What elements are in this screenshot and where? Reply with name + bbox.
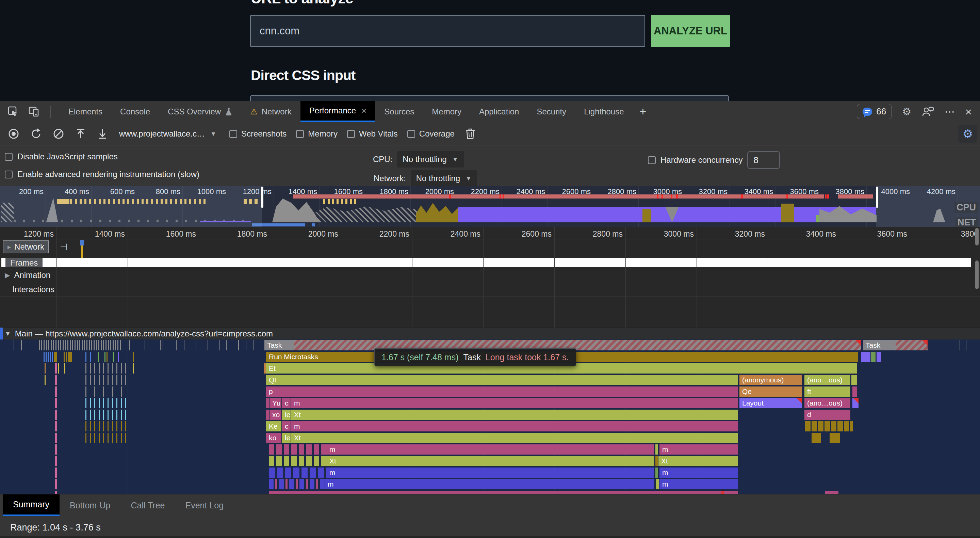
checkbox-box[interactable] — [407, 130, 415, 138]
flame-bar[interactable]: (ano…ous) — [804, 375, 850, 385]
track-interactions[interactable]: Interactions — [12, 285, 54, 294]
issues-badge[interactable]: 66 — [857, 104, 892, 119]
inspect-icon[interactable] — [8, 106, 19, 118]
flame-bar[interactable]: Xt — [327, 456, 654, 466]
flame-bar[interactable] — [830, 433, 840, 443]
hardware-concurrency-input[interactable]: 8 — [747, 151, 780, 169]
flame-bar[interactable]: ft — [804, 386, 850, 397]
scrollbar-thumb[interactable] — [975, 228, 978, 246]
device-toolbar-icon[interactable] — [28, 106, 40, 118]
tab-performance[interactable]: Performance× — [301, 101, 375, 122]
tab-elements[interactable]: Elements — [60, 101, 111, 122]
flame-bar[interactable] — [266, 410, 269, 420]
flame-bar[interactable]: xo — [269, 410, 282, 420]
track-network[interactable]: ▸ Network — [3, 240, 49, 253]
details-tab-summary[interactable]: Summary — [3, 495, 60, 516]
selection-handle-left[interactable] — [261, 187, 263, 208]
save-profile-icon[interactable] — [97, 128, 108, 140]
checkbox-box[interactable] — [296, 130, 304, 138]
flame-bar[interactable] — [805, 421, 811, 431]
tab-sources[interactable]: Sources — [375, 101, 423, 122]
checkbox-memory[interactable]: Memory — [296, 129, 337, 139]
tab-close-icon[interactable]: × — [361, 105, 366, 116]
flame-bar[interactable] — [851, 375, 857, 385]
flame-bar[interactable] — [853, 386, 857, 397]
url-input[interactable]: cnn.com — [250, 15, 645, 47]
flame-bar[interactable]: m — [291, 421, 738, 431]
advanced-rendering-row[interactable]: Enable advanced rendering instrumentatio… — [5, 169, 199, 179]
checkbox-box[interactable] — [347, 130, 355, 138]
history-dropdown[interactable]: www.projectwallace.c… ▼ — [119, 129, 216, 139]
flame-bar[interactable] — [861, 352, 870, 362]
flame-bar[interactable] — [655, 456, 658, 466]
scrollbar-thumb[interactable] — [975, 260, 978, 289]
flame-bar[interactable]: m — [659, 479, 738, 489]
network-request[interactable] — [80, 240, 84, 246]
checkbox-screenshots[interactable]: Screenshots — [229, 129, 286, 139]
flame-bar[interactable] — [266, 398, 269, 408]
flame-bar[interactable]: ko — [266, 433, 282, 443]
flame-bar[interactable] — [655, 444, 658, 455]
flame-bar[interactable] — [656, 479, 659, 489]
flame-bar[interactable] — [818, 421, 824, 431]
flame-bar[interactable]: Xt — [659, 456, 738, 466]
feedback-icon[interactable] — [921, 106, 934, 118]
flame-bar[interactable]: m — [659, 444, 738, 455]
flame-bar[interactable] — [825, 491, 838, 494]
selection-handle-right[interactable] — [876, 187, 878, 208]
tab-application[interactable]: Application — [470, 101, 528, 122]
tab-css-overview[interactable]: CSS Overview — [159, 101, 241, 122]
flame-bar[interactable]: (anonymous) — [740, 375, 802, 385]
timeline-overview[interactable]: 200 ms400 ms600 ms800 ms1000 ms1200 ms14… — [0, 186, 980, 227]
checkbox-web-vitals[interactable]: Web Vitals — [347, 129, 398, 139]
flame-bar[interactable]: Qt — [266, 375, 738, 385]
disable-js-checkbox[interactable] — [5, 153, 13, 161]
tab-lighthouse[interactable]: Lighthouse — [575, 101, 633, 122]
flame-bar[interactable]: Qe — [740, 386, 802, 397]
more-options-icon[interactable]: ⋯ — [945, 107, 955, 117]
flame-bar[interactable] — [878, 352, 881, 362]
flame-bar[interactable] — [269, 479, 325, 489]
flame-bar[interactable]: Ke — [266, 421, 282, 431]
flame-bar[interactable] — [853, 398, 859, 408]
flame-bar[interactable]: p — [266, 386, 738, 397]
network-throttle-select[interactable]: No throttling ▼ — [411, 170, 477, 187]
flame-bar[interactable]: c — [282, 398, 291, 408]
flame-bar[interactable] — [871, 352, 875, 362]
flame-bar[interactable]: Task — [264, 340, 294, 350]
flame-bar[interactable]: Xt — [291, 433, 738, 443]
flame-bar[interactable]: m — [325, 479, 654, 489]
flame-bar[interactable] — [824, 421, 830, 431]
flame-bar[interactable] — [721, 491, 724, 494]
flame-bar[interactable] — [844, 421, 850, 431]
clear-icon[interactable] — [52, 128, 65, 140]
checkbox-coverage[interactable]: Coverage — [407, 129, 455, 139]
css-textarea[interactable] — [250, 95, 729, 101]
tab-memory[interactable]: Memory — [423, 101, 470, 122]
track-frames-label[interactable]: Frames — [5, 258, 43, 267]
reload-record-icon[interactable] — [30, 128, 42, 140]
flame-bar[interactable] — [269, 491, 738, 494]
record-icon[interactable] — [8, 128, 20, 140]
flame-bar[interactable]: Layout — [740, 398, 802, 408]
flame-bar[interactable] — [831, 421, 837, 431]
flame-bar[interactable]: le — [282, 433, 291, 443]
hardware-concurrency-checkbox[interactable] — [648, 156, 656, 164]
main-thread-header[interactable]: ▼ Main — https://www.projectwallace.com/… — [0, 327, 980, 340]
track-animation[interactable]: ▶ Animation — [5, 270, 50, 280]
flame-bar[interactable] — [655, 468, 658, 478]
flame-bar[interactable]: Yu — [269, 398, 282, 408]
trash-icon[interactable] — [465, 128, 476, 140]
flame-bar[interactable]: m — [327, 444, 654, 455]
flame-bar[interactable]: c — [282, 421, 291, 431]
checkbox-box[interactable] — [229, 130, 237, 138]
settings-gear-icon[interactable]: ⚙ — [902, 107, 911, 117]
flame-bar[interactable] — [811, 433, 821, 443]
flame-bar[interactable] — [269, 444, 327, 455]
cpu-throttle-select[interactable]: No throttling ▼ — [397, 151, 463, 168]
flame-bar[interactable] — [269, 468, 327, 478]
capture-settings-gear-icon[interactable]: ⚙ — [958, 125, 977, 143]
flame-bar[interactable] — [896, 340, 928, 350]
advanced-rendering-checkbox[interactable] — [5, 171, 13, 179]
flame-bar[interactable]: Xt — [291, 410, 738, 420]
